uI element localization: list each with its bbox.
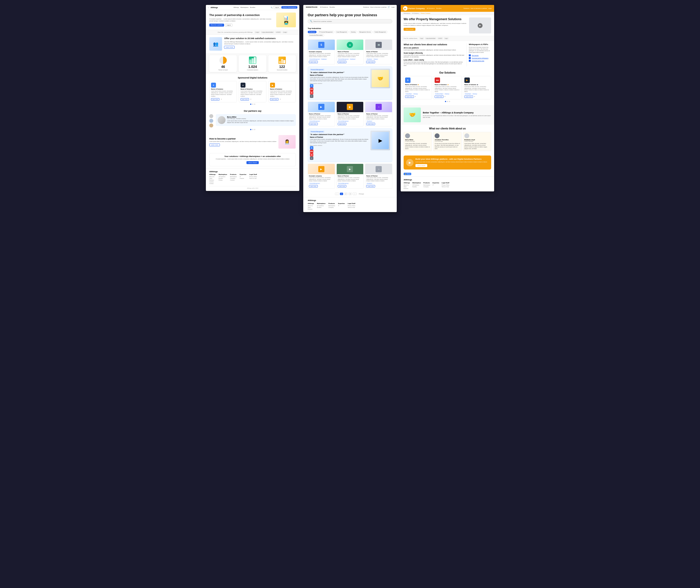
- footer-link[interactable]: All Solutions: [317, 205, 326, 206]
- s2-nav-solutions-link[interactable]: Solutions: [363, 6, 369, 8]
- footer-link[interactable]: About Us: [308, 205, 314, 206]
- footer-link[interactable]: Bundles: [219, 178, 227, 179]
- bottom-cta-btn[interactable]: Get in Touch: [246, 161, 259, 164]
- sol-btn-1[interactable]: Learn more: [241, 98, 249, 101]
- footer-link[interactable]: Partners: [308, 208, 314, 210]
- nav-login-btn[interactable]: Log in: [274, 6, 280, 9]
- footer-link[interactable]: Finance: [240, 178, 246, 179]
- s3-login-btn[interactable]: Login: [488, 8, 492, 9]
- sol-heart-1[interactable]: ♥: [250, 98, 252, 100]
- s3-nav-partner-link[interactable]: How to become a partner: [471, 8, 487, 9]
- s2-nav-bundles[interactable]: Bundles: [330, 6, 335, 8]
- nav-cta-btn[interactable]: Explore Marketplace: [281, 6, 297, 9]
- nav-link-marketplace[interactable]: Marketplace: [241, 7, 249, 8]
- card-btn-3[interactable]: Learn more: [309, 123, 318, 125]
- industry-tab-6[interactable]: Construction/Renovation: [308, 34, 324, 36]
- offer-btn[interactable]: Learn more: [224, 46, 235, 49]
- footer-link[interactable]: Company: [328, 207, 335, 208]
- s3-cta-btn[interactable]: Get in touch: [415, 164, 427, 167]
- dot-2[interactable]: [254, 129, 255, 130]
- industry-tab-2[interactable]: Asset Management: [335, 31, 349, 33]
- sol-heart-2[interactable]: ♥: [280, 98, 281, 100]
- sol-heart-0[interactable]: ♥: [221, 98, 222, 100]
- sol-btn-2[interactable]: Learn more: [270, 98, 278, 101]
- search-input[interactable]: [313, 21, 390, 22]
- industry-tab-1[interactable]: IT Financial Management: [317, 31, 334, 33]
- footer-link[interactable]: Privacy Policy: [348, 205, 355, 206]
- footer-link[interactable]: Marketplace: [230, 176, 237, 177]
- sol-btn-0[interactable]: Learn more: [211, 98, 219, 101]
- card-btn-4[interactable]: Learn more: [338, 123, 347, 125]
- s3-hero-btn[interactable]: Get in touch: [404, 28, 415, 31]
- pagination-prev[interactable]: ←: [335, 193, 339, 195]
- footer-link[interactable]: Careers: [209, 181, 216, 183]
- s3-nav-bundles[interactable]: Bundles: [436, 8, 442, 9]
- footer-link[interactable]: Contact: [209, 183, 216, 184]
- footer-link[interactable]: Team: [308, 207, 314, 208]
- footer-link[interactable]: About Us: [209, 176, 216, 177]
- footer-link[interactable]: Marketplace: [423, 184, 430, 186]
- footer-link[interactable]: Company: [423, 186, 430, 187]
- card-btn-2[interactable]: Learn more: [366, 61, 375, 63]
- s3-nav-solutions[interactable]: All Solutions: [427, 8, 435, 9]
- play-button[interactable]: ▶: [478, 23, 483, 28]
- nav-link-bundles[interactable]: Bundles: [250, 7, 255, 8]
- footer-link[interactable]: Privacy Policy: [249, 176, 257, 177]
- wp-link-0[interactable]: See tutorials: [472, 55, 479, 56]
- s3-share-btn[interactable]: 👍 Share: [404, 173, 411, 175]
- footer-link[interactable]: Bundles: [317, 207, 326, 208]
- partner-cta-btn[interactable]: Learn more: [209, 143, 220, 146]
- sol-dot-2[interactable]: [449, 101, 450, 102]
- dot-0[interactable]: [250, 129, 251, 130]
- footer-link[interactable]: All Solutions: [219, 176, 227, 177]
- pagination-page-3[interactable]: 3: [349, 193, 352, 195]
- pagination-page-1[interactable]: 1: [340, 193, 343, 195]
- nav-link-allthings[interactable]: Allthings: [233, 7, 239, 8]
- sol-dot-active[interactable]: [445, 101, 446, 102]
- industry-tab-5[interactable]: Facility Management: [373, 31, 387, 33]
- footer-link[interactable]: Pricing: [219, 179, 227, 181]
- industry-tab-0[interactable]: RealEstate: [308, 31, 317, 33]
- footer-link[interactable]: Terms of Use: [249, 178, 257, 179]
- s3-sol-btn-0[interactable]: Learn more: [405, 95, 414, 98]
- footer-link[interactable]: Connect: [230, 179, 237, 181]
- footer-link[interactable]: Bundles: [412, 186, 421, 187]
- card-btn-1[interactable]: Learn more: [338, 61, 347, 63]
- footer-link[interactable]: About Us: [404, 184, 410, 186]
- pagination-per-page[interactable]: 25/page: [358, 193, 365, 195]
- card-btn-6[interactable]: Learn more: [309, 185, 318, 187]
- s2-nav-partner-link[interactable]: How to become a partner: [370, 6, 387, 8]
- breadcrumb-marketplace[interactable]: Marketplace: [404, 13, 410, 14]
- card-btn-5[interactable]: Learn more: [366, 123, 375, 125]
- footer-link[interactable]: Privacy Policy: [442, 184, 449, 186]
- s3-sol-btn-2[interactable]: Learn more: [464, 95, 473, 98]
- footer-link[interactable]: IT: [240, 176, 246, 177]
- card-btn-7[interactable]: Learn more: [338, 185, 347, 187]
- s2-nav-solutions[interactable]: All Solutions: [320, 6, 328, 8]
- cart-icon[interactable]: 🛒: [388, 6, 390, 8]
- sol-dot-1[interactable]: [447, 101, 448, 102]
- footer-link[interactable]: Terms of Use: [348, 207, 355, 208]
- hero-primary-btn[interactable]: Become a partner: [209, 24, 224, 27]
- footer-link[interactable]: Partners: [209, 179, 216, 181]
- s2-login-btn[interactable]: Login: [391, 6, 395, 8]
- pagination-next[interactable]: →: [353, 193, 357, 195]
- sol-heart-icon-0[interactable]: ♥: [415, 95, 416, 98]
- card-btn-0[interactable]: Learn more: [309, 61, 318, 63]
- dot-1[interactable]: [252, 129, 253, 130]
- footer-link[interactable]: All Solutions: [412, 184, 421, 186]
- footer-link[interactable]: Team: [404, 186, 410, 187]
- footer-link[interactable]: Partners: [404, 188, 410, 189]
- footer-link[interactable]: IT: [433, 184, 439, 186]
- footer-link[interactable]: IT: [338, 205, 345, 206]
- wp-link-1[interactable]: Download partner whitepapers: [472, 57, 488, 59]
- sol-heart-icon-2[interactable]: ♥: [474, 95, 475, 98]
- hero-secondary-btn[interactable]: Log in: [225, 24, 232, 27]
- footer-link[interactable]: Marketplace: [328, 205, 335, 206]
- breadcrumb-solutions[interactable]: All Solutions: [412, 13, 419, 14]
- s3-nav-solutions-link[interactable]: Solutions: [463, 8, 470, 9]
- s3-sol-btn-1[interactable]: Learn more: [435, 95, 443, 98]
- footer-link[interactable]: Terms of Use: [442, 186, 449, 187]
- footer-link[interactable]: Company: [230, 178, 237, 179]
- card-btn-8[interactable]: Learn more: [366, 185, 375, 187]
